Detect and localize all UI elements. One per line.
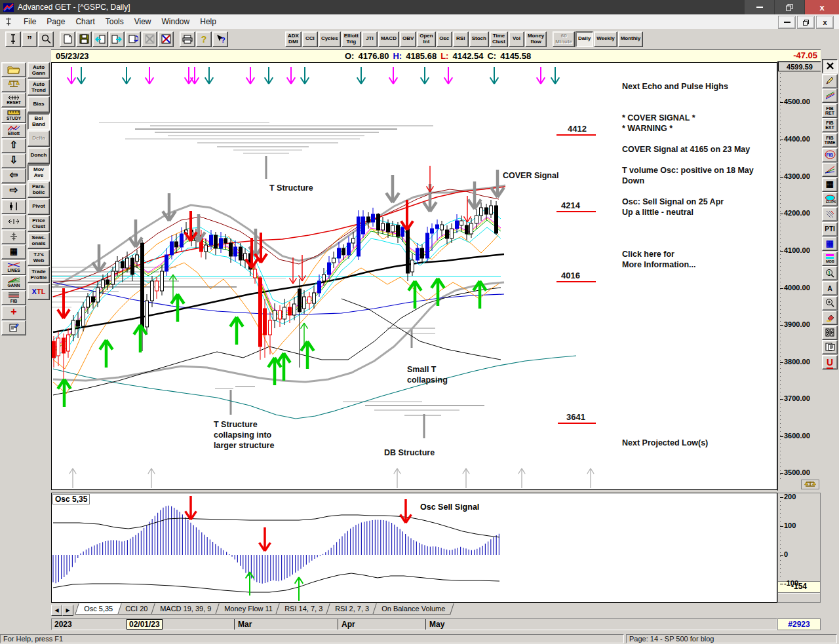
menu-item-window[interactable]: Window <box>157 16 195 28</box>
grid-tool-button[interactable]: ▦ <box>822 178 838 192</box>
fib-retracement-button[interactable]: FIB RET <box>822 104 838 118</box>
crosshair-button[interactable]: + <box>1 305 26 320</box>
price-axis[interactable]: 4599.59 4500.004400.004300.004200.004100… <box>777 62 821 491</box>
study-button-stoch[interactable]: Stoch <box>469 31 489 47</box>
study-button-time[interactable]: Time Clust <box>490 31 508 47</box>
study-button-macd[interactable]: MACD <box>378 31 399 47</box>
tab-rsi-2-7-3[interactable]: RSI 2, 7, 3 <box>326 603 379 615</box>
expand-button[interactable] <box>822 326 838 340</box>
properties-button[interactable] <box>1 320 26 335</box>
sidebar-study-donch[interactable]: Donch <box>28 147 50 164</box>
menu-item-tools[interactable]: Tools <box>100 16 129 28</box>
zoom-tool-button[interactable] <box>822 296 838 311</box>
tab-money-flow-11[interactable]: Money Flow 11 <box>215 603 281 615</box>
scroll-left-button[interactable]: ⇦ <box>1 168 26 183</box>
gann-button[interactable]: GANN <box>1 275 26 290</box>
trendlines-button[interactable] <box>822 88 838 103</box>
tab-osc-5-35[interactable]: Osc 5,35 <box>75 603 122 615</box>
scroll-down-button[interactable]: ⇩ <box>1 153 26 168</box>
timeframe-button-daily[interactable]: Daily <box>576 31 593 47</box>
menu-item-view[interactable]: View <box>129 16 157 28</box>
study-button-open[interactable]: Open Int <box>417 31 435 47</box>
close-button[interactable]: x <box>804 0 839 14</box>
sidebar-study-bias[interactable]: Bias <box>28 96 50 113</box>
menu-item-page[interactable]: Page <box>41 16 70 28</box>
elliott-button[interactable]: Elliott <box>1 123 26 138</box>
pencil-button[interactable] <box>822 74 838 88</box>
mdi-close-button[interactable]: x <box>816 16 834 29</box>
pushpin-button[interactable] <box>5 31 21 47</box>
more-information-link[interactable]: More Information... <box>622 260 696 269</box>
fib-time-button[interactable]: FIB TIME <box>822 133 838 147</box>
mob-button[interactable]: MOB <box>822 252 838 266</box>
expand-horizontal-button[interactable] <box>1 214 26 229</box>
reset-button[interactable]: RESET <box>1 92 26 107</box>
tab-rsi-14-7-3[interactable]: RSI 14, 7, 3 <box>276 603 332 615</box>
tab-on-balance-volume[interactable]: On Balance Volume <box>373 603 455 615</box>
study-button-obv[interactable]: OBV <box>400 31 416 47</box>
study-button-cci[interactable]: CCI <box>302 31 318 47</box>
fan-lines-button[interactable] <box>822 162 838 177</box>
more-information-link[interactable]: Click here for <box>622 250 674 259</box>
fib-button[interactable]: FIB <box>1 290 26 305</box>
help-button[interactable]: ? <box>196 31 212 47</box>
multi-lines-button[interactable] <box>822 207 838 221</box>
scales-button[interactable] <box>1 77 26 92</box>
page-forward-button[interactable] <box>109 31 125 47</box>
eraser-button[interactable] <box>822 311 838 325</box>
timeframe-button-60-minute[interactable]: 60 Minute <box>553 31 575 47</box>
tab-scroll-left-button[interactable]: ◀ <box>51 605 62 616</box>
quote-button[interactable]: ” <box>22 31 37 47</box>
magnet-button[interactable]: U <box>822 355 838 369</box>
study-button-adx[interactable]: ADX DMI <box>285 31 302 47</box>
sidebar-study-tjs-web[interactable]: TJ's Web <box>28 250 50 266</box>
sidebar-study-pivot[interactable]: Pivot <box>28 199 50 215</box>
study-button-money[interactable]: Money flow <box>525 31 547 47</box>
scales-icon[interactable] <box>801 480 819 489</box>
sidebar-study-auto-gann[interactable]: Auto Gann <box>28 62 50 79</box>
timeframe-button-weekly[interactable]: Weekly <box>594 31 617 47</box>
info-search-button[interactable]: 1 <box>822 266 838 280</box>
scroll-up-button[interactable]: ⇧ <box>1 138 26 153</box>
text-tool-button[interactable]: A <box>822 281 838 295</box>
study-button-elliott[interactable]: Elliott Trig <box>341 31 361 47</box>
page-back-button[interactable] <box>92 31 108 47</box>
price-chart-canvas[interactable]: 4412421440163641T StructureCOVER SignalS… <box>52 63 777 489</box>
pti-button[interactable]: PTI <box>822 222 838 237</box>
menu-item-chart[interactable]: Chart <box>70 16 100 28</box>
study-button[interactable]: STUDY <box>1 108 26 123</box>
save-button[interactable] <box>76 31 92 47</box>
sidebar-study-para--bolic[interactable]: Para- bolic <box>28 181 50 198</box>
restore-button[interactable] <box>774 0 804 14</box>
chart-refresh-button[interactable] <box>125 31 141 47</box>
open-chart-button[interactable] <box>1 62 26 77</box>
grid-button[interactable]: ▦ <box>1 244 26 259</box>
chart-delete-button[interactable] <box>142 31 157 47</box>
ellipse-button[interactable]: ELiPS <box>822 192 838 206</box>
date-axis[interactable]: 2023 02/01/23 MarAprMay <box>51 618 777 630</box>
fib-circle-button[interactable]: FIB <box>822 148 838 162</box>
study-button-rsi[interactable]: RSI <box>453 31 469 47</box>
sidebar-study-delta[interactable]: Delta <box>28 130 50 147</box>
blue-grid-button[interactable]: ▦ <box>822 237 838 251</box>
script-button[interactable] <box>822 340 838 354</box>
tab-scroll-right-button[interactable]: ▶ <box>62 605 73 616</box>
tab-macd-19-39-9[interactable]: MACD 19, 39, 9 <box>151 603 221 615</box>
lines-button[interactable]: LINES <box>1 260 26 275</box>
delete-drawing-button[interactable] <box>822 59 838 73</box>
mdi-minimize-button[interactable] <box>778 16 796 29</box>
chart-new-button[interactable] <box>158 31 174 47</box>
fib-extension-button[interactable]: FIB EXT <box>822 118 838 132</box>
mdi-restore-button[interactable] <box>797 16 815 29</box>
sidebar-study-trade-profile[interactable]: Trade Profile <box>28 267 50 283</box>
sidebar-study-seas--onals[interactable]: Seas- onals <box>28 233 50 249</box>
study-button-vol[interactable]: Vol <box>509 31 524 47</box>
study-button-cycles[interactable]: Cycles <box>319 31 341 47</box>
bar-spacing-button[interactable] <box>1 199 26 214</box>
new-document-button[interactable] <box>60 31 75 47</box>
oscillator-panel[interactable]: Osc 5,35 Osc Sell Signal <box>51 493 777 603</box>
chart-area[interactable]: 4412421440163641T StructureCOVER SignalS… <box>51 62 777 490</box>
sidebar-study-auto-trend[interactable]: Auto Trend <box>28 79 50 96</box>
sidebar-study-mov-ave[interactable]: Mov Ave <box>28 164 50 181</box>
context-help-button[interactable]: ? <box>212 31 228 47</box>
